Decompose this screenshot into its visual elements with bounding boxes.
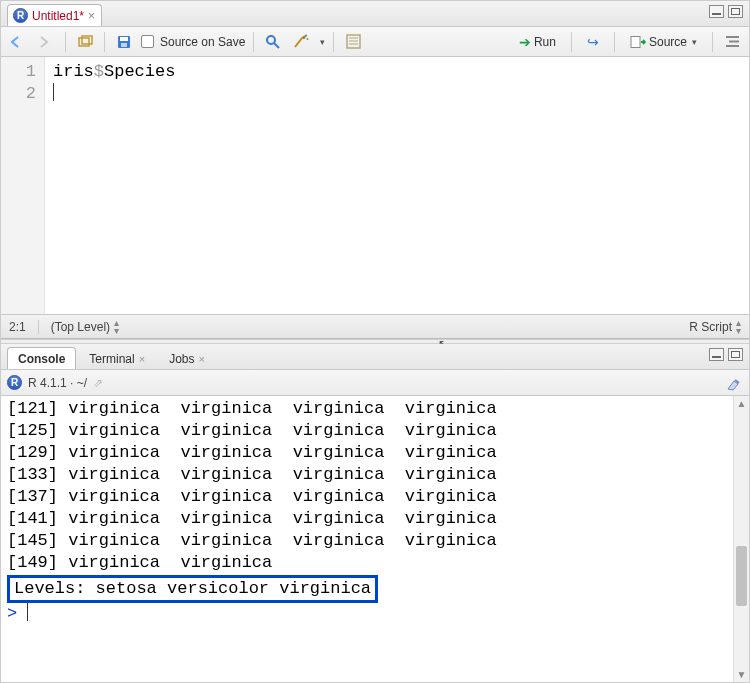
console-line: [125] virginica virginica virginica virg…: [7, 420, 727, 442]
svg-point-9: [303, 37, 305, 39]
console-toolbar: R R 4.1.1 · ~/ ⇗: [1, 370, 749, 396]
svg-point-5: [267, 36, 275, 44]
minimize-pane-button[interactable]: [709, 5, 724, 18]
run-arrow-icon: ➔: [519, 34, 531, 50]
tab-jobs-label: Jobs: [169, 352, 194, 366]
source-button[interactable]: Source ▾: [623, 32, 704, 52]
console-line: [141] virginica virginica virginica virg…: [7, 508, 727, 530]
code-area[interactable]: iris$Species: [45, 57, 749, 314]
console-output[interactable]: [121] virginica virginica virginica virg…: [1, 396, 733, 682]
outline-icon[interactable]: [721, 31, 743, 53]
console-line: [149] virginica virginica: [7, 552, 727, 574]
run-label: Run: [534, 35, 556, 49]
goto-wd-icon[interactable]: ⇗: [93, 376, 103, 390]
maximize-pane-button[interactable]: [728, 348, 743, 361]
source-on-save-toggle[interactable]: Source on Save: [141, 35, 245, 49]
source-doc-icon: [630, 35, 646, 49]
svg-rect-1: [82, 36, 92, 44]
scope-label: (Top Level): [51, 320, 110, 334]
tab-terminal[interactable]: Terminal ×: [78, 347, 156, 369]
console-prompt: >: [7, 604, 17, 623]
source-tabstrip: R Untitled1* ×: [1, 1, 749, 27]
cursor-position: 2:1: [9, 320, 26, 334]
cursor-icon: [53, 83, 54, 101]
maximize-pane-button[interactable]: [728, 5, 743, 18]
show-in-new-window-icon[interactable]: [74, 31, 96, 53]
scroll-down-icon[interactable]: ▼: [734, 667, 749, 682]
svg-rect-16: [631, 36, 640, 47]
rerun-icon: ↪: [587, 34, 599, 50]
clear-console-icon[interactable]: [725, 375, 743, 391]
code-text: iris$Species: [53, 62, 175, 81]
checkbox-icon[interactable]: [141, 35, 154, 48]
source-label: Source: [649, 35, 687, 49]
source-pane: R Untitled1* × ▾ Source on Sav: [1, 1, 749, 339]
line-number: 2: [1, 83, 36, 105]
code-tools-caret-icon[interactable]: ▾: [320, 37, 325, 47]
tab-jobs[interactable]: Jobs ×: [158, 347, 216, 369]
save-icon[interactable]: [113, 31, 135, 53]
svg-rect-3: [120, 37, 128, 41]
filetype-selector[interactable]: R Script ▴▾: [689, 319, 741, 335]
code-editor[interactable]: 1 2 iris$Species: [1, 57, 749, 314]
tab-console[interactable]: Console: [7, 347, 76, 369]
r-logo-icon: R: [13, 8, 28, 23]
levels-highlight: Levels: setosa versicolor virginica: [7, 575, 378, 603]
console-line: [129] virginica virginica virginica virg…: [7, 442, 727, 464]
console-tabstrip: Console Terminal × Jobs ×: [1, 344, 749, 370]
svg-line-6: [274, 43, 279, 48]
rerun-button[interactable]: ↪: [580, 31, 606, 53]
source-caret-icon[interactable]: ▾: [692, 37, 697, 47]
console-line: [145] virginica virginica virginica virg…: [7, 530, 727, 552]
run-button[interactable]: ➔ Run: [512, 31, 563, 53]
scroll-thumb[interactable]: [736, 546, 747, 606]
source-tab-title: Untitled1*: [32, 9, 84, 23]
svg-rect-4: [121, 43, 127, 47]
tab-terminal-label: Terminal: [89, 352, 134, 366]
scroll-up-icon[interactable]: ▲: [734, 396, 749, 411]
cursor-icon: [27, 603, 28, 621]
source-statusbar: 2:1 (Top Level) ▴▾ R Script ▴▾: [1, 314, 749, 338]
code-tools-icon[interactable]: [290, 31, 312, 53]
console-body-wrap: [121] virginica virginica virginica virg…: [1, 396, 749, 682]
svg-rect-0: [79, 38, 89, 46]
updown-icon: ▴▾: [114, 319, 119, 335]
console-header: R 4.1.1 · ~/: [28, 376, 87, 390]
scope-selector[interactable]: (Top Level) ▴▾: [51, 319, 119, 335]
compile-report-icon[interactable]: [342, 31, 364, 53]
svg-point-11: [307, 38, 309, 40]
updown-icon: ▴▾: [736, 319, 741, 335]
tab-console-label: Console: [18, 352, 65, 366]
console-line: [121] virginica virginica virginica virg…: [7, 398, 727, 420]
console-line: [137] virginica virginica virginica virg…: [7, 486, 727, 508]
console-pane: Console Terminal × Jobs × R R 4.1.1 · ~/…: [1, 344, 749, 682]
svg-point-10: [305, 34, 307, 36]
minimize-pane-button[interactable]: [709, 348, 724, 361]
close-icon[interactable]: ×: [199, 353, 205, 365]
r-logo-icon: R: [7, 375, 22, 390]
source-toolbar: ▾ Source on Save ▾ ➔ Run ↪: [1, 27, 749, 57]
svg-line-7: [295, 38, 302, 47]
close-icon[interactable]: ×: [139, 353, 145, 365]
pane-window-buttons: [709, 5, 743, 18]
filetype-label: R Script: [689, 320, 732, 334]
find-icon[interactable]: [262, 31, 284, 53]
forward-icon[interactable]: [35, 31, 57, 53]
close-icon[interactable]: ×: [88, 9, 95, 23]
line-gutter: 1 2: [1, 57, 45, 314]
console-scrollbar[interactable]: ▲ ▼: [733, 396, 749, 682]
source-on-save-label: Source on Save: [160, 35, 245, 49]
source-tab-untitled1[interactable]: R Untitled1* ×: [7, 4, 102, 26]
console-line: [133] virginica virginica virginica virg…: [7, 464, 727, 486]
pane-window-buttons: [709, 348, 743, 361]
line-number: 1: [1, 61, 36, 83]
back-icon[interactable]: [7, 31, 29, 53]
